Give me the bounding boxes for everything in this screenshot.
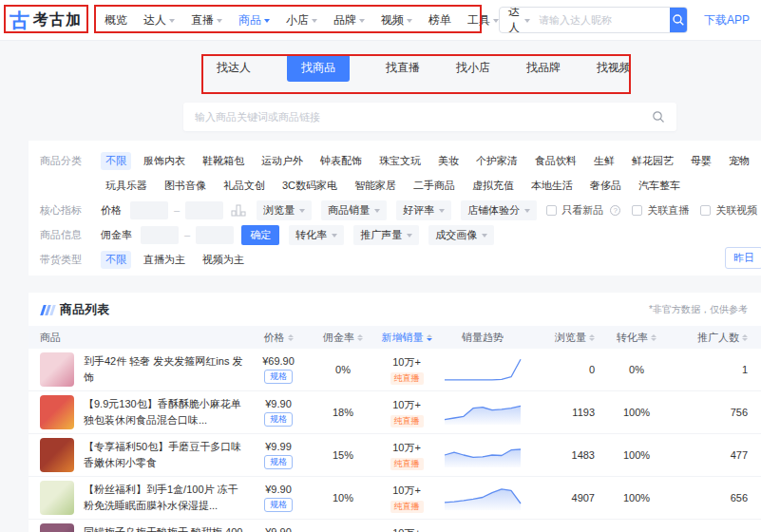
chevron-down-icon: [359, 19, 365, 23]
talent-search-input[interactable]: [539, 8, 670, 32]
metric-dropdown-label: 浏览量: [263, 203, 295, 218]
nav-item-1[interactable]: 概览: [105, 12, 127, 28]
category-chip-12[interactable]: 母婴: [686, 152, 716, 170]
product-title[interactable]: 【专享福利50包】手磨豆干多口味香嫩休闲小零食: [84, 439, 243, 471]
filter-label: 带货类型: [40, 253, 101, 267]
category-chip-11[interactable]: 鲜花园艺: [627, 152, 678, 170]
col-header-views[interactable]: 浏览量: [528, 331, 595, 345]
metric-dropdown-3[interactable]: 好评率: [396, 200, 451, 220]
category-chip-1[interactable]: 玩具乐器: [101, 177, 152, 195]
product-thumbnail[interactable]: [40, 438, 74, 472]
tab-4[interactable]: 找小店: [456, 60, 490, 76]
tab-3[interactable]: 找直播: [386, 60, 420, 76]
nav-item-5[interactable]: 小店: [286, 12, 317, 28]
product-row[interactable]: 【专享福利50包】手磨豆干多口味香嫩休闲小零食 ¥9.99 规格 15% 10万…: [29, 434, 761, 477]
product-title[interactable]: 【9.9元130包】香酥酥脆小麻花单独包装休闲食品混合口味...: [84, 396, 243, 428]
price-min-input[interactable]: [130, 201, 168, 219]
product-thumbnail[interactable]: [40, 395, 74, 429]
nav-item-4[interactable]: 商品: [238, 12, 270, 28]
col-header-commission[interactable]: 佣金率: [310, 331, 376, 345]
metric-dropdown-label: 店铺体验分: [467, 203, 520, 218]
info-dropdown-2[interactable]: 推广声量: [353, 225, 419, 245]
category-chip-8[interactable]: 本地生活: [526, 177, 578, 195]
category-chip-7[interactable]: 虚拟充值: [467, 177, 519, 195]
col-header-new-sales[interactable]: 新增销量: [376, 331, 437, 345]
nav-item-6[interactable]: 品牌: [333, 12, 365, 28]
info-dropdown-1[interactable]: 转化率: [289, 225, 344, 245]
category-chip-3[interactable]: 鞋靴箱包: [198, 152, 249, 170]
nav-item-9[interactable]: 工具: [467, 12, 499, 28]
sales-type-chip-3[interactable]: 视频为主: [198, 251, 249, 269]
nav-item-2[interactable]: 达人: [143, 12, 175, 28]
category-chip-label: 运动户外: [261, 155, 303, 166]
linked-video-checkbox[interactable]: 关联视频: [700, 203, 757, 218]
product-row[interactable]: 【粉丝福利】到手1盒/100片 冻干粉免洗睡眠面膜补水保湿提... ¥9.90 …: [29, 477, 761, 520]
product-thumbnail[interactable]: [40, 523, 74, 532]
sales-type-chip-2[interactable]: 直播为主: [139, 251, 190, 269]
category-chip-5[interactable]: 钟表配饰: [315, 152, 367, 170]
date-range-button[interactable]: 昨日: [725, 247, 761, 269]
search-icon[interactable]: [652, 110, 665, 124]
category-chip-2[interactable]: 图书音像: [160, 177, 211, 195]
metric-dropdown-1[interactable]: 浏览量: [257, 200, 312, 220]
col-header-conversion[interactable]: 转化率: [595, 331, 678, 345]
product-row[interactable]: 同罐梅子乌梅干酸梅干 酸甜梅 400克/罐独立包装 ¥9.90 规格 35% 1…: [29, 520, 761, 532]
category-chip-6[interactable]: 二手商品: [409, 177, 460, 195]
category-chip-10[interactable]: 生鲜: [589, 152, 619, 170]
category-chip-4[interactable]: 运动户外: [257, 152, 308, 170]
metric-dropdown-4[interactable]: 店铺体验分: [461, 200, 537, 220]
product-row[interactable]: 到手42件 轻奢 发夹发箍网红ins 发饰 ¥69.90 规格 0% 10万+ …: [29, 349, 761, 391]
tab-5[interactable]: 找品牌: [526, 60, 561, 76]
category-chip-10[interactable]: 汽车整车: [634, 177, 685, 195]
price-cell: ¥9.90 规格: [247, 526, 310, 532]
tab-2[interactable]: 找商品: [287, 54, 350, 82]
product-title[interactable]: 同罐梅子乌梅干酸梅干 酸甜梅 400克/罐独立包装: [84, 524, 243, 532]
nav-item-7[interactable]: 视频: [381, 12, 412, 28]
spec-tag[interactable]: 规格: [264, 370, 293, 384]
category-chip-4[interactable]: 3C数码家电: [277, 177, 342, 195]
category-chip-7[interactable]: 美妆: [433, 152, 464, 170]
category-chip-8[interactable]: 个护家清: [471, 152, 523, 170]
category-chip-3[interactable]: 礼品文创: [219, 177, 270, 195]
price-histogram-icon[interactable]: [231, 203, 247, 217]
col-header-promoters[interactable]: 推广人数: [678, 331, 748, 345]
category-chip-9[interactable]: 奢侈品: [585, 177, 626, 195]
download-app-link[interactable]: 下载APP: [704, 12, 750, 28]
price-max-input[interactable]: [185, 201, 223, 219]
sales-type-chip-1[interactable]: 不限: [101, 251, 131, 269]
linked-live-checkbox[interactable]: 关联直播: [632, 203, 689, 218]
commission-min-input[interactable]: [141, 226, 179, 244]
chevron-down-icon: [312, 19, 317, 23]
spec-tag[interactable]: 规格: [264, 498, 293, 512]
category-chip-6[interactable]: 珠宝文玩: [374, 152, 426, 170]
product-row[interactable]: 【9.9元130包】香酥酥脆小麻花单独包装休闲食品混合口味... ¥9.90 规…: [29, 391, 761, 434]
search-category-select[interactable]: 达人: [500, 7, 539, 33]
category-chip-1[interactable]: 不限: [101, 152, 131, 170]
product-search-input[interactable]: [195, 111, 652, 123]
confirm-button[interactable]: 确定: [241, 225, 279, 245]
category-chip-2[interactable]: 服饰内衣: [139, 152, 190, 170]
category-chip-9[interactable]: 食品饮料: [530, 152, 581, 170]
info-dropdown-3[interactable]: 成交画像: [428, 225, 494, 245]
product-thumbnail[interactable]: [40, 352, 74, 387]
search-button[interactable]: [670, 7, 687, 33]
nav-item-3[interactable]: 直播: [191, 12, 222, 28]
commission-max-input[interactable]: [196, 226, 234, 244]
spec-tag[interactable]: 规格: [264, 412, 293, 427]
nav-item-8[interactable]: 榜单: [428, 12, 451, 28]
category-chip-5[interactable]: 智能家居: [350, 177, 401, 195]
metric-dropdown-2[interactable]: 商品销量: [321, 200, 387, 220]
app-logo[interactable]: 古 考古加: [10, 10, 89, 30]
tab-6[interactable]: 找视频: [597, 60, 631, 76]
spec-tag[interactable]: 规格: [264, 455, 293, 469]
col-header-sales-trend: 销量趋势: [437, 331, 528, 345]
product-thumbnail[interactable]: [40, 481, 74, 515]
product-title[interactable]: 到手42件 轻奢 发夹发箍网红ins 发饰: [84, 353, 243, 386]
category-chip-13[interactable]: 宠物: [724, 152, 754, 170]
info-icon[interactable]: ?: [610, 205, 620, 216]
product-title[interactable]: 【粉丝福利】到手1盒/100片 冻干粉免洗睡眠面膜补水保湿提...: [84, 482, 243, 514]
new-product-checkbox[interactable]: 只看新品 ?: [546, 203, 620, 218]
sort-icon: [427, 334, 432, 341]
col-header-price[interactable]: 价格: [247, 331, 310, 345]
tab-1[interactable]: 找达人: [217, 60, 251, 76]
